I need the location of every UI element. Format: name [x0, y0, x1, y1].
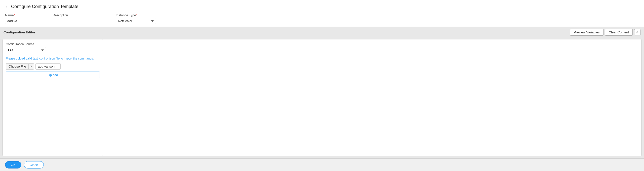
- upload-hint: Please upload valid text, conf or json f…: [6, 57, 100, 60]
- config-editor-header: Configuration Editor Preview Variables C…: [0, 27, 644, 38]
- config-editor-section: Configuration Editor Preview Variables C…: [0, 27, 644, 158]
- config-source-label: Configuration Source: [6, 42, 100, 46]
- file-input-row: Choose File ∨ add va.json: [6, 63, 100, 70]
- instance-type-select[interactable]: NetScaler: [116, 18, 156, 24]
- name-label: Name*: [5, 13, 45, 17]
- back-icon[interactable]: ←: [5, 5, 9, 9]
- config-editor-title: Configuration Editor: [4, 30, 35, 34]
- config-source-select[interactable]: File: [6, 47, 46, 53]
- expand-icon[interactable]: ⤢: [634, 29, 640, 35]
- choose-file-label: Choose File: [6, 64, 28, 69]
- file-name-display: add va.json: [35, 63, 61, 70]
- preview-variables-button[interactable]: Preview Variables: [570, 29, 603, 36]
- description-field: Description: [53, 14, 108, 24]
- ok-button[interactable]: OK: [5, 161, 21, 168]
- clear-content-button[interactable]: Clear Content: [605, 29, 633, 36]
- page-title: Configure Configuration Template: [11, 4, 78, 9]
- choose-file-arrow-icon: ∨: [28, 64, 34, 69]
- description-input[interactable]: [53, 18, 108, 24]
- editor-right-panel: [103, 39, 641, 156]
- editor-left-panel: Configuration Source File Please upload …: [3, 39, 103, 156]
- close-button[interactable]: Close: [24, 161, 44, 168]
- form-section: Name* Description Instance Type* NetScal…: [0, 12, 644, 27]
- description-label: Description: [53, 14, 108, 17]
- page-header: ← Configure Configuration Template: [0, 0, 644, 12]
- name-input[interactable]: [5, 18, 45, 24]
- editor-body: Configuration Source File Please upload …: [0, 38, 644, 158]
- instance-type-label: Instance Type*: [116, 13, 156, 17]
- choose-file-button[interactable]: Choose File ∨: [6, 63, 34, 70]
- footer-section: OK Close: [0, 158, 644, 171]
- instance-type-field: Instance Type* NetScaler: [116, 13, 156, 24]
- header-buttons: Preview Variables Clear Content ⤢: [570, 29, 640, 36]
- upload-button[interactable]: Upload: [6, 72, 100, 78]
- name-field: Name*: [5, 13, 45, 24]
- page-container: ← Configure Configuration Template Name*…: [0, 0, 644, 171]
